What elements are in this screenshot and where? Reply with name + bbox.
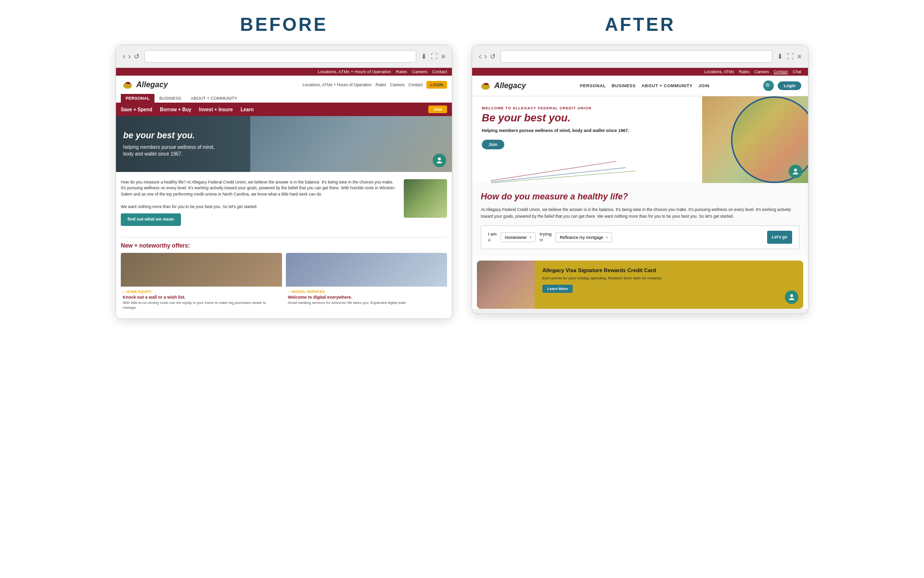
before-nav-contact[interactable]: Contact bbox=[409, 82, 423, 87]
after-back-arrow[interactable]: ‹ bbox=[479, 52, 481, 61]
before-menu-learn[interactable]: Learn bbox=[241, 107, 254, 112]
before-nav-links: Locations, ATMs + Hours of Operation Rat… bbox=[303, 81, 447, 89]
before-top-link-locations[interactable]: Locations, ATMs + Hours of Operation bbox=[318, 69, 391, 74]
before-back-arrow[interactable]: ‹ bbox=[123, 52, 125, 61]
before-nav-rates[interactable]: Rates bbox=[375, 82, 386, 87]
before-browser-actions: ⬇ ⛶ ≡ bbox=[421, 53, 445, 60]
after-top-link-contact[interactable]: Contact bbox=[774, 69, 788, 74]
after-menu-icon[interactable]: ≡ bbox=[797, 53, 801, 60]
after-top-link-chat[interactable]: Chat bbox=[793, 69, 801, 74]
svg-point-1 bbox=[129, 83, 130, 84]
svg-line-7 bbox=[491, 171, 635, 183]
after-nav-personal[interactable]: PERSONAL bbox=[580, 83, 606, 88]
svg-point-8 bbox=[794, 169, 797, 171]
after-rewards-image bbox=[477, 261, 535, 309]
before-cta-btn[interactable]: find out what we mean bbox=[121, 213, 181, 226]
before-join-btn[interactable]: Join bbox=[428, 105, 447, 113]
after-logo[interactable]: Allegacy bbox=[479, 80, 526, 91]
after-nav-actions: 🔍 Login bbox=[763, 80, 801, 91]
after-top-link-rates[interactable]: Rates bbox=[739, 69, 749, 74]
before-menu-icon[interactable]: ≡ bbox=[441, 53, 445, 60]
before-offer-card-1: ○ DIGITAL SERVICES Welcome to digital ev… bbox=[286, 253, 447, 314]
before-expand-icon[interactable]: ⛶ bbox=[431, 53, 437, 60]
after-reload-btn[interactable]: ↺ bbox=[490, 53, 496, 60]
after-hero-helper-icon[interactable] bbox=[789, 165, 802, 178]
before-hero: be your best you. helping members pursue… bbox=[116, 116, 452, 172]
before-offers-grid: ⌂ HOME EQUITY Knock out a wall or a wish… bbox=[121, 253, 447, 314]
before-menu-borrow[interactable]: Borrow + Buy bbox=[160, 107, 191, 112]
after-browser-actions: ⬇ ⛶ ≡ bbox=[777, 53, 801, 60]
before-menu-save[interactable]: Save + Spend bbox=[121, 107, 152, 112]
before-menu-items: Save + Spend Borrow + Buy Invest + Insur… bbox=[121, 107, 254, 112]
before-reload-btn[interactable]: ↺ bbox=[134, 53, 140, 60]
before-forward-arrow[interactable]: › bbox=[128, 52, 130, 61]
before-site: Locations, ATMs + Hours of Operation Rat… bbox=[116, 68, 452, 318]
before-tab-about[interactable]: ABOUT + COMMUNITY bbox=[186, 94, 243, 103]
before-hero-content: be your best you. helping members pursue… bbox=[123, 131, 445, 158]
after-healthy-headline: How do you measure a healthy life? bbox=[481, 192, 799, 202]
after-deco-lines bbox=[472, 159, 702, 183]
after-forward-arrow[interactable]: › bbox=[484, 52, 487, 61]
after-download-icon[interactable]: ⬇ bbox=[777, 53, 783, 60]
before-hero-subtext: helping members pursue wellness of mind,… bbox=[123, 144, 219, 158]
after-logo-bird-icon bbox=[479, 80, 492, 91]
after-logo-text: Allegacy bbox=[494, 81, 526, 90]
after-main-nav: Allegacy PERSONAL BUSINESS ABOUT + COMMU… bbox=[472, 76, 808, 96]
before-offers-heading: New + noteworthy offers: bbox=[121, 242, 447, 249]
after-nav-about[interactable]: ABOUT + COMMUNITY bbox=[642, 83, 693, 88]
after-widget-to: to bbox=[539, 237, 543, 242]
comparison-wrapper: BEFORE ‹ › ↺ ⬇ ⛶ ≡ Locati bbox=[0, 0, 924, 333]
after-widget-dropdown-1[interactable]: Homeowner ‹ bbox=[500, 232, 536, 242]
after-login-btn[interactable]: Login bbox=[778, 81, 801, 90]
svg-point-9 bbox=[790, 294, 793, 297]
after-rewards-desc: Earn points for your holiday spending. R… bbox=[542, 276, 796, 281]
after-learn-more-btn[interactable]: Learn More bbox=[542, 285, 573, 293]
after-top-link-locations[interactable]: Locations, ATMs bbox=[704, 69, 734, 74]
after-hero: WELCOME TO ALLEGACY FEDERAL CREDIT UNION… bbox=[472, 96, 808, 183]
before-menu-bar: Save + Spend Borrow + Buy Invest + Insur… bbox=[116, 103, 452, 116]
svg-line-5 bbox=[491, 161, 616, 181]
before-offer-category-0: ⌂ HOME EQUITY bbox=[123, 289, 280, 294]
before-body-text2: We want nothing more than for you to be … bbox=[121, 204, 398, 210]
after-address-bar[interactable] bbox=[500, 50, 772, 63]
before-nav-careers[interactable]: Careers bbox=[390, 82, 405, 87]
after-lets-go-btn[interactable]: Let's go bbox=[767, 231, 792, 244]
before-tab-personal[interactable]: PERSONAL bbox=[121, 94, 154, 103]
before-nav-locations[interactable]: Locations, ATMs + Hours of Operation bbox=[303, 82, 372, 87]
before-offer-img-1 bbox=[286, 253, 447, 287]
after-widget-label-2: trying to bbox=[539, 232, 552, 243]
after-browser-toolbar: ‹ › ↺ ⬇ ⛶ ≡ bbox=[472, 45, 808, 68]
before-column: BEFORE ‹ › ↺ ⬇ ⛶ ≡ Locati bbox=[116, 14, 452, 319]
before-offer-category-icon-0: ⌂ bbox=[123, 289, 125, 294]
after-nav-business[interactable]: BUSINESS bbox=[612, 83, 636, 88]
before-offer-card-0: ⌂ HOME EQUITY Knock out a wall or a wish… bbox=[121, 253, 282, 314]
after-expand-icon[interactable]: ⛶ bbox=[787, 53, 794, 60]
before-title: BEFORE bbox=[116, 14, 452, 35]
before-content-section: How do you measure a healthy life? At Al… bbox=[116, 172, 452, 237]
before-tabs: PERSONAL BUSINESS ABOUT + COMMUNITY bbox=[116, 94, 452, 103]
before-browser: ‹ › ↺ ⬇ ⛶ ≡ Locations, ATMs + Hours of O… bbox=[116, 45, 452, 319]
before-top-link-rates[interactable]: Rates bbox=[396, 69, 407, 74]
after-widget-a: a bbox=[488, 237, 490, 242]
after-top-link-careers[interactable]: Careers bbox=[755, 69, 769, 74]
after-widget-dropdown-2[interactable]: Refinance my mortgage ‹ bbox=[555, 232, 612, 242]
svg-point-2 bbox=[438, 158, 441, 160]
before-menu-invest[interactable]: Invest + Insure bbox=[199, 107, 233, 112]
svg-line-6 bbox=[491, 168, 626, 182]
before-logo[interactable]: Allegacy bbox=[121, 79, 168, 90]
before-download-icon[interactable]: ⬇ bbox=[421, 53, 427, 60]
after-nav-join[interactable]: JOIN bbox=[698, 83, 709, 88]
after-top-bar: Locations, ATMs Rates Careers Contact Ch… bbox=[472, 68, 808, 76]
before-address-bar[interactable] bbox=[144, 50, 416, 63]
after-search-btn[interactable]: 🔍 bbox=[763, 80, 774, 91]
before-offer-desc-0: With little-to-no closing costs use the … bbox=[123, 301, 280, 311]
before-offer-title-1: Welcome to digital everywhere. bbox=[288, 295, 445, 300]
after-widget-trying: trying bbox=[539, 232, 552, 237]
after-hero-subtext: Helping members pursue wellness of mind,… bbox=[482, 128, 693, 134]
before-top-link-contact[interactable]: Contact bbox=[432, 69, 447, 74]
before-top-link-careers[interactable]: Careers bbox=[412, 69, 427, 74]
after-hero-join-btn[interactable]: Join bbox=[482, 140, 504, 149]
after-title: AFTER bbox=[472, 14, 808, 35]
before-tab-business[interactable]: BUSINESS bbox=[154, 94, 186, 103]
before-login-btn[interactable]: LOGIN bbox=[426, 81, 447, 89]
